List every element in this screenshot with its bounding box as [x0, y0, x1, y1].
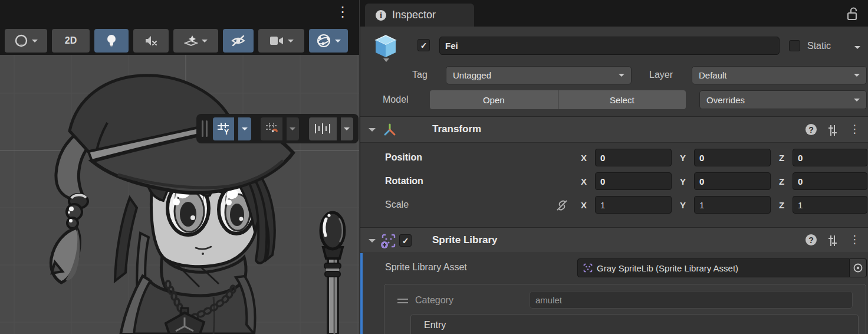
category-name-field[interactable] — [530, 291, 853, 309]
model-label: Model — [383, 94, 409, 105]
category-label: Category — [415, 295, 453, 306]
rotation-y-field[interactable] — [694, 172, 771, 190]
help-icon[interactable]: ? — [805, 234, 817, 245]
foldout-arrow-icon[interactable] — [369, 128, 376, 135]
shading-mode-button[interactable] — [5, 29, 47, 53]
grid-snapping-button[interactable] — [261, 117, 282, 140]
audio-muted-icon — [144, 34, 158, 47]
2d-toggle-button[interactable]: 2D — [52, 29, 90, 53]
gameobject-name-field[interactable] — [439, 37, 780, 55]
lightbulb-icon — [105, 34, 118, 48]
scale-z-field[interactable] — [793, 196, 867, 214]
sprite-library-asset-label: Sprite Library Asset — [385, 262, 467, 273]
scale-x-field[interactable] — [595, 196, 672, 214]
component-menu-kebab-icon[interactable]: ⋮ — [849, 233, 860, 246]
svg-text:Y: Y — [224, 128, 229, 136]
tag-label: Tag — [412, 70, 428, 80]
presets-icon[interactable] — [826, 234, 839, 247]
axis-x-label: X — [581, 200, 587, 210]
axis-z-label: Z — [779, 200, 784, 210]
snap-increment-ruler-icon — [314, 122, 331, 135]
grid-visibility-dropdown[interactable] — [238, 117, 251, 140]
eye-slash-icon — [231, 34, 246, 47]
constrain-proportions-unlinked-icon[interactable] — [555, 198, 569, 212]
static-dropdown-arrow-icon[interactable] — [854, 46, 860, 52]
scene-viewport[interactable]: Y — [0, 55, 359, 334]
sprite-library-component-header[interactable]: ✓ Sprite Library ? ⋮ — [360, 227, 868, 253]
transform-title: Transform — [432, 123, 481, 135]
increment-snap-dropdown[interactable] — [341, 117, 353, 140]
axis-x-label: X — [581, 153, 587, 163]
layer-label: Layer — [649, 70, 673, 80]
tag-value: Untagged — [453, 70, 619, 80]
static-label: Static — [807, 41, 831, 51]
tab-inspector[interactable]: i Inspector — [365, 4, 474, 27]
sprite-library-enabled-checkbox[interactable]: ✓ — [399, 234, 412, 247]
chevron-down-icon — [32, 40, 38, 45]
increment-snap-button[interactable] — [309, 117, 337, 140]
axis-y-label: Y — [680, 176, 686, 186]
scene-audio-toggle-button[interactable] — [133, 29, 169, 53]
axis-z-label: Z — [779, 153, 784, 163]
rotation-x-field[interactable] — [595, 172, 672, 190]
grid-visibility-button[interactable]: Y — [213, 117, 234, 140]
scene-camera-button[interactable] — [258, 29, 304, 53]
tag-dropdown[interactable]: Untagged — [446, 66, 632, 84]
gizmo-sphere-icon — [316, 33, 331, 48]
help-icon[interactable]: ? — [805, 124, 817, 135]
rotation-z-field[interactable] — [793, 172, 867, 190]
effects-star-icon — [184, 34, 198, 48]
scale-y-field[interactable] — [694, 196, 771, 214]
scene-menu-kebab-icon[interactable]: ⋮ — [336, 4, 350, 21]
transform-icon — [383, 123, 397, 137]
scene-visibility-toggle-button[interactable] — [223, 29, 254, 53]
layer-dropdown[interactable]: Default — [692, 66, 867, 84]
scene-effects-button[interactable] — [173, 29, 218, 53]
gameobject-active-checkbox[interactable]: ✓ — [417, 39, 430, 51]
scene-lighting-toggle-button[interactable] — [94, 29, 129, 53]
entry-label: Entry — [424, 320, 446, 330]
scene-character-sprite — [0, 55, 359, 334]
grid-snapping-dropdown[interactable] — [287, 117, 299, 140]
open-label: Open — [483, 95, 505, 105]
layer-value: Default — [699, 70, 854, 80]
toolbar-drag-handle[interactable] — [202, 120, 208, 137]
overrides-dropdown[interactable]: Overrides — [699, 90, 867, 109]
inspector-tabbar: i Inspector — [360, 0, 868, 27]
chevron-down-icon — [619, 74, 624, 80]
lock-open-icon[interactable] — [846, 6, 859, 22]
static-checkbox[interactable]: ✓ — [789, 40, 800, 51]
gizmos-toggle-button[interactable] — [309, 29, 348, 53]
check-icon: ✓ — [420, 41, 428, 50]
presets-icon[interactable] — [826, 124, 839, 137]
sprite-library-asset-field[interactable]: Gray SpriteLib (Sprite Library Asset) — [577, 258, 850, 277]
shaded-sphere-icon — [14, 34, 28, 48]
sprite-library-icon — [380, 233, 397, 249]
scene-view-header: ⋮ 2D — [0, 0, 359, 55]
axis-y-label: Y — [680, 200, 686, 210]
model-select-button[interactable]: Select — [558, 90, 686, 109]
select-label: Select — [610, 95, 634, 105]
camera-icon — [269, 35, 284, 47]
position-x-field[interactable] — [595, 149, 672, 166]
object-picker-icon — [853, 263, 863, 273]
position-label: Position — [385, 152, 422, 163]
drag-handle-icon[interactable] — [397, 299, 408, 306]
grid-snap-toolbar: Y — [196, 114, 359, 143]
axis-z-label: Z — [779, 176, 784, 186]
transform-component-header[interactable]: Transform ? ⋮ — [360, 116, 868, 143]
unity-editor: ⋮ 2D — [0, 0, 868, 334]
model-open-button[interactable]: Open — [430, 90, 558, 109]
foldout-arrow-icon[interactable] — [369, 239, 376, 246]
check-icon: ✓ — [402, 236, 409, 245]
grid-axis-icon: Y — [216, 122, 231, 136]
position-y-field[interactable] — [694, 149, 771, 166]
axis-x-label: X — [581, 176, 587, 186]
component-menu-kebab-icon[interactable]: ⋮ — [849, 122, 860, 136]
chevron-down-icon — [854, 99, 860, 104]
object-picker-button[interactable] — [850, 258, 867, 277]
position-z-field[interactable] — [793, 149, 867, 166]
chevron-down-icon — [854, 74, 860, 80]
prefab-model-icon[interactable] — [373, 34, 399, 62]
rotation-label: Rotation — [385, 176, 423, 186]
